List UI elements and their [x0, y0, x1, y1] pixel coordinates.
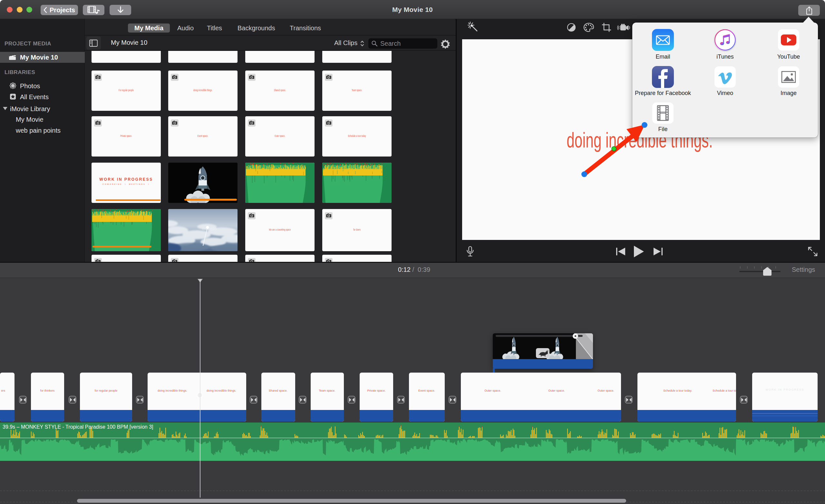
svg-text:envato: envato: [202, 226, 217, 231]
